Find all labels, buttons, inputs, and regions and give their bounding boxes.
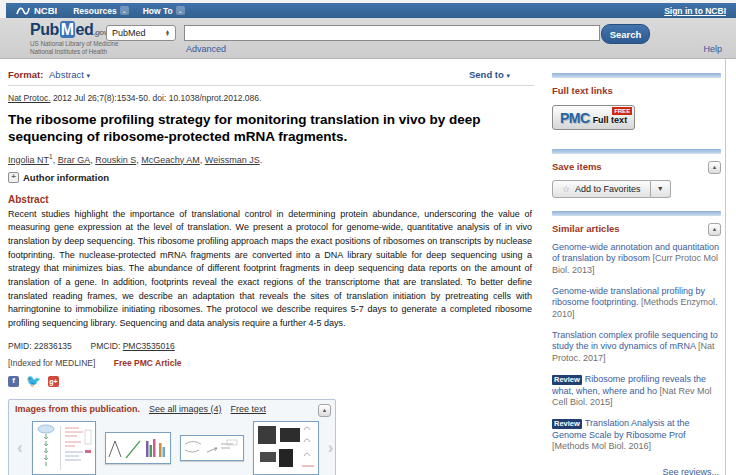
save-items-heading: Save items ▲ bbox=[552, 161, 721, 173]
citation-rest: 2012 Jul 26;7(8):1534-50. doi: 10.1038/n… bbox=[51, 93, 262, 103]
collapse-icon[interactable]: ▲ bbox=[708, 161, 721, 174]
pmc-full-text-label: Full text bbox=[593, 115, 628, 125]
author-link[interactable]: Rouskin S bbox=[95, 155, 136, 165]
pmcid-link[interactable]: PMC3535016 bbox=[123, 341, 175, 351]
similar-article-item: ReviewRibosome profiling reveals the wha… bbox=[552, 374, 721, 409]
format-row: Format: Abstract ▾ Send to ▾ bbox=[8, 69, 536, 80]
heading-text: Full text links bbox=[552, 85, 613, 97]
facebook-icon[interactable]: f bbox=[8, 376, 19, 387]
chevron-down-icon: ▾ bbox=[506, 72, 510, 79]
topbar-wrap: NCBI Resources ⌄ How To ⌄ Sign in to NCB… bbox=[0, 0, 736, 18]
figure-thumbnail[interactable] bbox=[32, 421, 96, 475]
googleplus-icon[interactable]: g+ bbox=[48, 376, 59, 387]
send-to-control[interactable]: Send to ▾ bbox=[469, 69, 510, 80]
pmid-value: 22836135 bbox=[34, 341, 72, 351]
article-source: [Methods Mol Biol. 2016] bbox=[552, 441, 651, 451]
logo-pub: Pub bbox=[30, 21, 59, 38]
ncbi-brand-label: NCBI bbox=[34, 5, 57, 16]
chevron-down-icon: ⌄ bbox=[176, 6, 185, 15]
chevron-down-icon: ▾ bbox=[87, 72, 91, 79]
format-value-text: Abstract bbox=[49, 69, 84, 80]
figure-thumbnail[interactable] bbox=[253, 421, 319, 475]
review-badge: Review bbox=[552, 419, 582, 429]
search-input[interactable] bbox=[184, 25, 600, 41]
divider bbox=[8, 85, 534, 86]
org-line2: National Institutes of Health bbox=[30, 48, 119, 56]
similar-article-item: Translation complex profile sequencing t… bbox=[552, 330, 721, 365]
article-title: The ribosome profiling strategy for moni… bbox=[8, 111, 530, 146]
portlet-divider bbox=[552, 149, 721, 154]
author-information-toggle[interactable]: + Author information bbox=[8, 172, 540, 183]
pmc-full-text-button[interactable]: PMCFull text FREE bbox=[552, 105, 635, 130]
portlet-divider bbox=[552, 73, 721, 78]
strip-left-arrow-icon[interactable]: ‹ bbox=[17, 439, 23, 456]
collapse-icon[interactable]: ▲ bbox=[708, 223, 721, 236]
pmid-row: PMID: 22836135 PMCID: PMC3535016 bbox=[8, 341, 540, 351]
figure-thumbnail[interactable] bbox=[105, 432, 171, 464]
figure-thumbnail[interactable] bbox=[180, 435, 244, 461]
abstract-heading: Abstract bbox=[8, 194, 540, 205]
pmcid-label: PMCID: bbox=[91, 341, 121, 351]
add-to-favorites-button[interactable]: ☆ Add to Favorites bbox=[552, 180, 651, 198]
database-select[interactable]: PubMed ▲▼ bbox=[106, 25, 176, 41]
logo-ed: ed bbox=[76, 21, 94, 38]
review-badge: Review bbox=[552, 375, 582, 385]
sign-in-link[interactable]: Sign in to NCBI bbox=[664, 6, 726, 16]
resources-label: Resources bbox=[73, 6, 116, 16]
ncbi-swoosh-icon bbox=[16, 6, 30, 16]
chevron-down-icon: ⌄ bbox=[120, 6, 129, 15]
ncbi-logo[interactable]: NCBI bbox=[16, 5, 57, 16]
strip-right-arrow-icon[interactable]: › bbox=[328, 439, 334, 456]
topbar-resources[interactable]: Resources ⌄ bbox=[73, 6, 128, 16]
author-link[interactable]: Ingolia NT bbox=[8, 155, 49, 165]
page-body: Format: Abstract ▾ Send to ▾ Nat Protoc.… bbox=[0, 59, 736, 475]
send-to-label: Send to bbox=[469, 69, 504, 80]
free-text-link[interactable]: Free text bbox=[231, 404, 267, 414]
see-all-images-link[interactable]: See all images (4) bbox=[149, 404, 222, 414]
expand-plus-icon: + bbox=[8, 172, 19, 183]
search-header: PubMed.gov US National Library of Medici… bbox=[0, 18, 736, 59]
pmc-logo: PMC bbox=[560, 110, 590, 126]
author-link[interactable]: Brar GA bbox=[58, 155, 91, 165]
similar-article-item: ReviewTranslation Analysis at the Genome… bbox=[552, 418, 721, 453]
indexed-label: [Indexed for MEDLINE] bbox=[8, 358, 95, 368]
article-link[interactable]: Translation complex profile sequencing t… bbox=[552, 330, 718, 352]
org-line1: US National Library of Medicine bbox=[30, 40, 119, 48]
select-stepper-icon: ▲▼ bbox=[162, 27, 173, 39]
collapse-icon[interactable]: ▲ bbox=[318, 404, 331, 417]
format-value[interactable]: Abstract ▾ bbox=[49, 69, 90, 80]
format-control[interactable]: Format: Abstract ▾ bbox=[8, 69, 90, 80]
advanced-link[interactable]: Advanced bbox=[186, 44, 226, 54]
sidebar: Full text links PMCFull text FREE Save i… bbox=[548, 59, 726, 475]
author-link[interactable]: Weissman JS bbox=[205, 155, 260, 165]
author-entry: Ingolia NT1, bbox=[8, 155, 58, 165]
twitter-icon[interactable]: 🐦 bbox=[28, 376, 39, 387]
author-entry: Rouskin S, bbox=[95, 155, 141, 165]
free-pmc-article-link[interactable]: Free PMC Article bbox=[114, 358, 182, 368]
see-reviews-link[interactable]: See reviews... bbox=[552, 464, 719, 475]
images-portlet: Images from this publication. See all im… bbox=[8, 399, 336, 475]
logo-m-tile: M bbox=[60, 21, 75, 38]
author-entry: Weissman JS. bbox=[205, 155, 262, 165]
heading-text: Similar articles bbox=[552, 223, 620, 235]
abstract-text: Recent studies highlight the importance … bbox=[8, 208, 532, 331]
main-column: Format: Abstract ▾ Send to ▾ Nat Protoc.… bbox=[0, 59, 540, 475]
author-entry: Brar GA, bbox=[58, 155, 96, 165]
social-share-row: f 🐦 g+ bbox=[8, 376, 540, 387]
author-list: Ingolia NT1, Brar GA, Rouskin S, McGeach… bbox=[8, 153, 540, 165]
heading-text: Save items bbox=[552, 161, 602, 173]
author-information-label: Author information bbox=[23, 172, 109, 183]
favorites-label: Add to Favorites bbox=[575, 184, 641, 194]
topbar-howto[interactable]: How To ⌄ bbox=[143, 6, 185, 16]
author-link[interactable]: McGeachy AM bbox=[141, 155, 200, 165]
favorites-dropdown-button[interactable]: ▼ bbox=[651, 180, 671, 198]
database-select-value: PubMed bbox=[112, 28, 146, 38]
star-icon: ☆ bbox=[562, 184, 570, 194]
portlet-divider bbox=[552, 211, 721, 216]
full-text-links-heading: Full text links bbox=[552, 85, 721, 97]
search-button[interactable]: Search bbox=[601, 24, 650, 44]
help-link[interactable]: Help bbox=[703, 44, 722, 54]
citation-line: Nat Protoc. 2012 Jul 26;7(8):1534-50. do… bbox=[8, 93, 540, 103]
ncbi-topbar: NCBI Resources ⌄ How To ⌄ Sign in to NCB… bbox=[6, 3, 736, 18]
journal-link[interactable]: Nat Protoc. bbox=[8, 93, 51, 103]
